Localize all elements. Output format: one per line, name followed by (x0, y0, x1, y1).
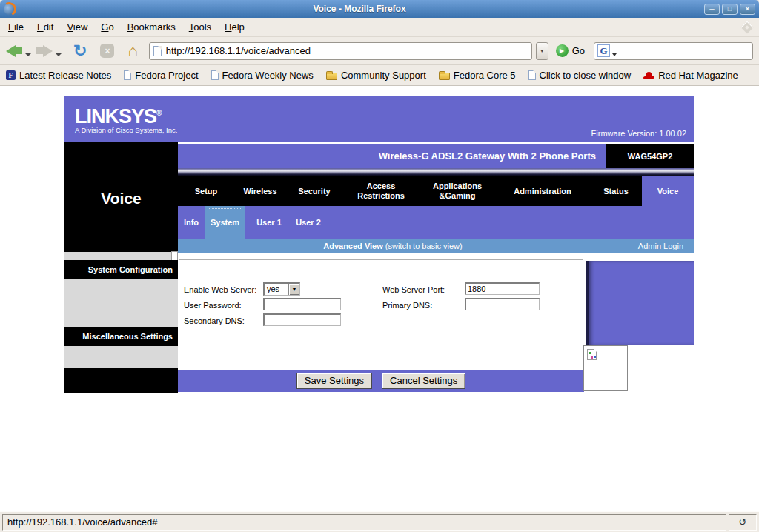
settings-form: Enable Web Server: yes ▼ Web Server Port… (178, 253, 584, 370)
primary-dns-label: Primary DNS: (382, 300, 432, 310)
tab-wireless[interactable]: Wireless (243, 176, 276, 206)
menu-bar: File Edit View Go Bookmarks Tools Help (0, 18, 759, 37)
url-input[interactable] (166, 45, 528, 56)
menu-file[interactable]: File (1, 19, 30, 36)
tab-status[interactable]: Status (603, 176, 629, 206)
navigation-toolbar: ↻ × ⌂ ▼ ▶ Go G (0, 37, 759, 65)
view-mode-bar: Advanced View (switch to basic view) Adm… (178, 239, 694, 253)
redhat-icon (643, 72, 654, 79)
product-banner: Wireless-G ADSL2 Gateway With 2 Phone Po… (178, 144, 694, 168)
close-button[interactable]: × (740, 4, 755, 15)
throbber-icon (741, 21, 754, 33)
subtab-user-2[interactable]: User 2 (296, 206, 321, 239)
bookmark-community-support[interactable]: Community Support (326, 70, 426, 81)
folder-icon (326, 73, 337, 80)
stop-button[interactable]: × (100, 44, 114, 58)
bookmark-click-to-close-window[interactable]: Click to close window (528, 70, 632, 81)
missing-image-placeholder (583, 345, 628, 391)
product-title: Wireless-G ADSL2 Gateway With 2 Phone Po… (379, 144, 596, 168)
tab-access-restrictions[interactable]: AccessRestrictions (357, 176, 405, 206)
save-settings-button[interactable]: Save Settings (296, 373, 372, 389)
menu-help[interactable]: Help (218, 19, 251, 36)
user-password-input[interactable] (263, 298, 341, 310)
menu-edit[interactable]: Edit (30, 19, 60, 36)
bookmark-fedora-project[interactable]: Fedora Project (124, 70, 198, 81)
tab-voice-active[interactable]: Voice (642, 176, 694, 206)
forward-dropdown-icon[interactable] (56, 53, 62, 56)
window-title: Voice - Mozilla Firefox (15, 4, 704, 14)
bookmark-latest-release-notes[interactable]: F Latest Release Notes (6, 70, 111, 81)
title-bar: Voice - Mozilla Firefox ─ □ × (0, 0, 759, 18)
subtab-info[interactable]: Info (184, 206, 199, 239)
back-arrow-icon (6, 45, 16, 57)
model-number: WAG54GP2 (606, 144, 694, 168)
minimize-button[interactable]: ─ (704, 4, 720, 15)
browser-window: Voice - Mozilla Firefox ─ □ × File Edit … (0, 0, 759, 532)
menu-tools[interactable]: Tools (182, 19, 218, 36)
search-engine-dropdown-icon[interactable] (612, 53, 617, 56)
url-bar[interactable] (149, 42, 532, 60)
search-box[interactable]: G (594, 42, 753, 60)
folder-icon (439, 73, 450, 80)
enable-web-server-select[interactable]: yes ▼ (263, 282, 300, 296)
sidebar-panel (64, 346, 178, 368)
linksys-logo: LINKSYS® A Division of Cisco Systems, In… (75, 104, 177, 134)
secondary-dns-input[interactable] (263, 313, 341, 326)
status-reload-icon[interactable]: ↺ (729, 514, 757, 531)
linksys-tagline: A Division of Cisco Systems, Inc. (75, 126, 177, 134)
tab-applications-gaming[interactable]: Applications&Gaming (433, 176, 482, 206)
page-icon (211, 70, 219, 80)
main-nav: Setup Wireless Security AccessRestrictio… (178, 176, 694, 206)
tab-administration[interactable]: Administration (514, 176, 571, 206)
go-label: Go (572, 45, 585, 56)
web-server-port-input[interactable] (465, 282, 540, 295)
web-server-port-label: Web Server Port: (382, 285, 445, 295)
status-bar: http://192.168.1.1/voice/advanced# ↺ (0, 511, 759, 532)
search-input[interactable] (619, 45, 749, 56)
menu-view[interactable]: View (60, 19, 94, 36)
page-viewport: LINKSYS® A Division of Cisco Systems, In… (0, 86, 759, 511)
menu-go[interactable]: Go (94, 19, 120, 36)
forward-arrow-icon (43, 45, 53, 57)
url-dropdown-button[interactable]: ▼ (536, 42, 548, 60)
sidebar-section-system-configuration: System Configuration (64, 260, 178, 279)
sidebar-title: Voice (64, 184, 178, 213)
google-icon: G (597, 44, 610, 57)
menu-bookmarks[interactable]: Bookmarks (121, 19, 182, 36)
subtab-user-1[interactable]: User 1 (256, 206, 282, 239)
go-arrow-icon: ▶ (556, 44, 569, 57)
tab-setup[interactable]: Setup (195, 176, 218, 206)
sidebar-divider (64, 252, 178, 260)
page-icon (528, 70, 536, 80)
back-button[interactable] (6, 45, 36, 57)
actions-bar: Save Settings Cancel Settings (178, 370, 584, 392)
primary-dns-input[interactable] (465, 298, 540, 310)
bookmark-fedora-core-5[interactable]: Fedora Core 5 (439, 70, 516, 81)
go-button[interactable]: ▶ Go (556, 44, 585, 57)
enable-web-server-label: Enable Web Server: (184, 285, 256, 295)
reload-button[interactable]: ↻ (73, 43, 87, 59)
maximize-button[interactable]: □ (722, 4, 738, 15)
bookmark-fedora-weekly-news[interactable]: Fedora Weekly News (211, 70, 314, 81)
admin-login-link[interactable]: Admin Login (638, 242, 683, 250)
fedora-f-icon: F (6, 70, 16, 80)
status-text: http://192.168.1.1/voice/advanced# (2, 514, 726, 531)
page-icon (124, 70, 131, 80)
subtab-system-active[interactable]: System (205, 206, 245, 239)
bookmarks-toolbar: F Latest Release Notes Fedora Project Fe… (0, 65, 759, 86)
tab-security[interactable]: Security (298, 176, 330, 206)
firmware-version: Firmware Version: 1.00.02 (591, 129, 686, 138)
home-button[interactable]: ⌂ (127, 43, 137, 59)
cancel-settings-button[interactable]: Cancel Settings (382, 373, 465, 389)
bookmark-red-hat-magazine[interactable]: Red Hat Magazine (643, 70, 738, 81)
sidebar-panel (64, 279, 178, 327)
select-dropdown-icon[interactable]: ▼ (288, 284, 299, 295)
side-panel (586, 261, 694, 345)
sidebar-section-miscellaneous-settings: Miscellaneous Settings (64, 327, 178, 346)
switch-view-link[interactable]: (switch to basic view) (385, 242, 463, 250)
view-mode-label: Advanced View (323, 242, 383, 250)
back-dropdown-icon[interactable] (25, 53, 31, 56)
secondary-dns-label: Secondary DNS: (184, 316, 245, 326)
sidebar: Voice System Configuration Miscellaneous… (64, 142, 178, 393)
forward-button[interactable] (36, 45, 67, 57)
